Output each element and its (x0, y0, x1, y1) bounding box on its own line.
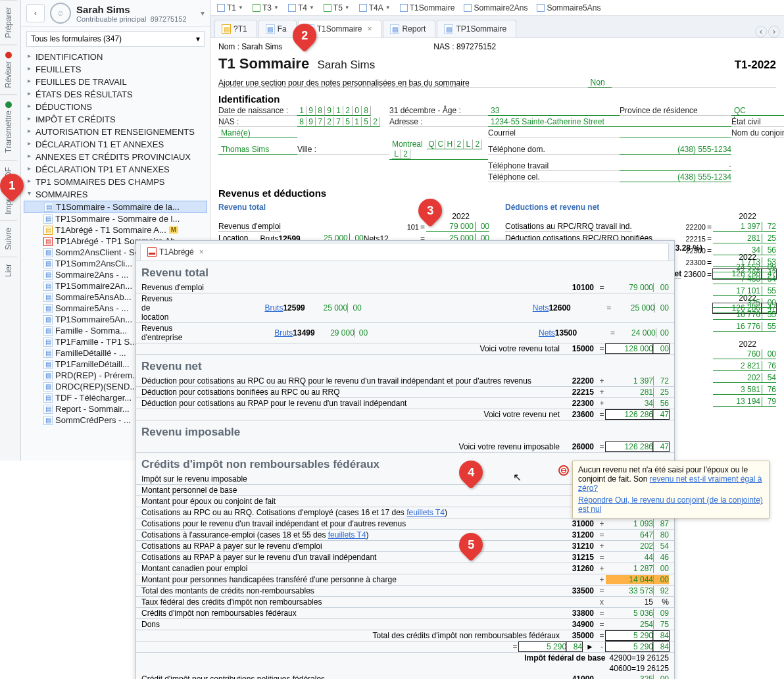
nav-prev-button[interactable]: ‹ (755, 26, 767, 38)
vtab-preparer[interactable]: Préparer (0, 0, 17, 45)
doc-icon: ▤ (43, 326, 53, 336)
vertical-tab-strip: Préparer Réviser Transmettre PDF Impr. S… (0, 0, 21, 461)
doc-icon: ▤ (43, 382, 53, 391)
tree-subitem[interactable]: ▤T1Sommaire - Sommaire de la... (24, 201, 207, 213)
tree-node[interactable]: DÉCLARATION TP1 ET ANNEXES (24, 163, 207, 176)
doc-icon: ▤ (390, 24, 399, 34)
chevron-down-icon[interactable]: ▼ (238, 5, 243, 11)
chevron-down-icon[interactable]: ▼ (345, 5, 350, 11)
tree-node[interactable]: ANNEXES ET CRÉDITS PROVINCIAUX (24, 151, 207, 163)
badge-m: M (169, 226, 178, 234)
nav-next-button[interactable]: › (768, 26, 780, 38)
vtab-lier[interactable]: Lier (0, 257, 17, 284)
forms-dropdown[interactable]: Tous les formulaires (347) ▾ (26, 31, 205, 47)
tree-node[interactable]: FEUILLES DE TRAVAIL (24, 76, 207, 88)
doc-tab-label: T1Sommaire (317, 24, 362, 34)
chevron-down-icon[interactable]: ▼ (385, 5, 391, 11)
top-tab-label: T4A (369, 3, 383, 13)
tree-subitem-label: TP1FamilleDétaill... (55, 359, 130, 369)
doc-icon: ▤ (222, 24, 231, 34)
add-note-value[interactable]: Non (588, 78, 612, 88)
doc-tab-label: ?T1 (233, 24, 247, 34)
chevron-down-icon[interactable]: ▼ (309, 5, 314, 11)
doc-icon: ▤ (43, 237, 53, 246)
top-tab[interactable]: Sommaire5Ans (533, 3, 604, 13)
tree-node[interactable]: IDENTIFICATION (24, 51, 207, 63)
doc-icon: ▤ (43, 259, 53, 268)
warning-tooltip: ⊖ Aucun revenu net n'a été saisi pour l'… (572, 461, 770, 518)
close-icon[interactable]: × (367, 24, 372, 34)
tooltip-answer-link[interactable]: Répondre Oui, le revenu du conjoint (de … (578, 495, 764, 514)
doc-icon: ▤ (43, 315, 53, 324)
chevron-down-icon[interactable]: ▼ (274, 5, 279, 11)
vtab-transmettre[interactable]: Transmettre (0, 94, 17, 159)
doc-icon: ▤ (43, 282, 53, 291)
doc-icon: ▤ (43, 338, 53, 347)
doc-icon: ▤ (43, 214, 53, 224)
close-icon[interactable]: × (199, 247, 204, 257)
doc-icon (288, 4, 296, 12)
tooltip-text: Aucun revenu net n'a été saisi pour l'ép… (578, 465, 764, 493)
tree-node[interactable]: ÉTATS DES RÉSULTATS (24, 88, 207, 101)
tree-subitem-label: SommCrédPers - ... (55, 415, 131, 425)
nom-label: Nom : Sarah Sims (218, 42, 282, 51)
top-tab[interactable]: T1Sommaire (396, 3, 459, 13)
vtab-reviser[interactable]: Réviser (0, 45, 17, 95)
top-tab[interactable]: T1▼ (213, 3, 247, 13)
top-tab-label: T4 (298, 3, 307, 13)
top-tab-label: Sommaire2Ans (474, 3, 527, 13)
tree-node-open[interactable]: SOMMAIRES (24, 188, 207, 201)
tree-subitem-label: T1Abrégé - T1 Sommaire A... (55, 225, 166, 235)
warning-icon: ⊖ (558, 465, 569, 476)
top-form-tabs: T1▼T3▼T4▼T5▼T4A▼T1SommaireSommaire2AnsSo… (210, 0, 784, 16)
doc-icon: ▤ (44, 203, 53, 212)
doc-icon (359, 4, 367, 12)
tree-subitem-label: Sommaire5Ans - ... (55, 303, 128, 313)
doc-icon: ▤ (444, 24, 453, 34)
tree-node[interactable]: DÉCLARATION T1 ET ANNEXES (24, 138, 207, 151)
tree-subitem-label: TP1Sommaire - Sommaire de l... (55, 214, 180, 224)
doc-tab-label: Report (402, 24, 426, 34)
tree-node[interactable]: AUTORISATION ET RENSEIGNEMENTS (24, 126, 207, 138)
doc-icon: ▤ (43, 304, 53, 313)
tree-subitem-label: Famille - Somma... (55, 326, 127, 336)
doc-icon: ▤ (43, 405, 53, 414)
client-header: ‹ ☺ Sarah Sims Contribuable principal 89… (21, 0, 210, 27)
doc-icon (253, 4, 260, 12)
doc-icon: ▤ (43, 270, 53, 280)
doc-tab[interactable]: ▤TP1Sommaire (437, 20, 516, 38)
tree-node[interactable]: FEUILLETS (24, 63, 207, 76)
identification-heading: Identification (218, 93, 776, 105)
top-tab-label: T1Sommaire (410, 3, 455, 13)
top-tab[interactable]: T3▼ (249, 3, 283, 13)
tree-subitem-label: Sommaire2Ans - ... (55, 270, 128, 280)
tree-node[interactable]: TP1 SOMMAIRES DES CHAMPS (24, 176, 207, 188)
tree-subitem-label: T1Sommaire - Sommaire de la... (56, 202, 180, 212)
top-tab[interactable]: T4▼ (284, 3, 318, 13)
doc-icon: ▤ (43, 393, 53, 403)
doc-tab[interactable]: ▤Fa (258, 20, 297, 38)
chevron-down-icon: ▾ (196, 34, 200, 43)
doc-icon: ▤ (43, 248, 53, 257)
tree-subitem[interactable]: ▤T1Abrégé - T1 Sommaire A...M (24, 224, 207, 236)
tree-subitem-label: Sommaire5AnsAb... (55, 292, 132, 302)
add-note-link[interactable]: Ajouter une section pour des notes perso… (218, 78, 470, 88)
right-summary-numbers: 13.28 %)202224 552097 4505417 1015532500… (671, 243, 776, 408)
forms-dropdown-label: Tous les formulaires (347) (31, 34, 122, 43)
tree-node[interactable]: IMPÔT ET CRÉDITS (24, 113, 207, 126)
client-dropdown-icon[interactable]: ▾ (201, 9, 205, 18)
top-tab[interactable]: T5▼ (320, 3, 354, 13)
doc-tab[interactable]: ▤?T1 (214, 20, 257, 38)
overlay-sheet: ▬ T1Abrégé × Revenu totalRevenus d'emplo… (135, 240, 675, 679)
back-button[interactable]: ‹ (26, 4, 45, 22)
top-tab[interactable]: Sommaire2Ans (460, 3, 531, 13)
tree-subitem-label: Report - Sommair... (55, 404, 130, 414)
vtab-suivre[interactable]: Suivre (0, 220, 17, 257)
tree-node[interactable]: DÉDUCTIONS (24, 101, 207, 113)
client-role: Contribuable principal 897275152 (76, 15, 187, 23)
tree-subitem[interactable]: ▤TP1Sommaire - Sommaire de l... (24, 213, 207, 224)
overlay-tab[interactable]: ▬ T1Abrégé × (140, 243, 669, 261)
tree-subitem-label: TP1Sommaire2An... (55, 281, 132, 291)
top-tab[interactable]: T4A▼ (355, 3, 395, 13)
doc-tab[interactable]: ▤Report (383, 20, 435, 38)
